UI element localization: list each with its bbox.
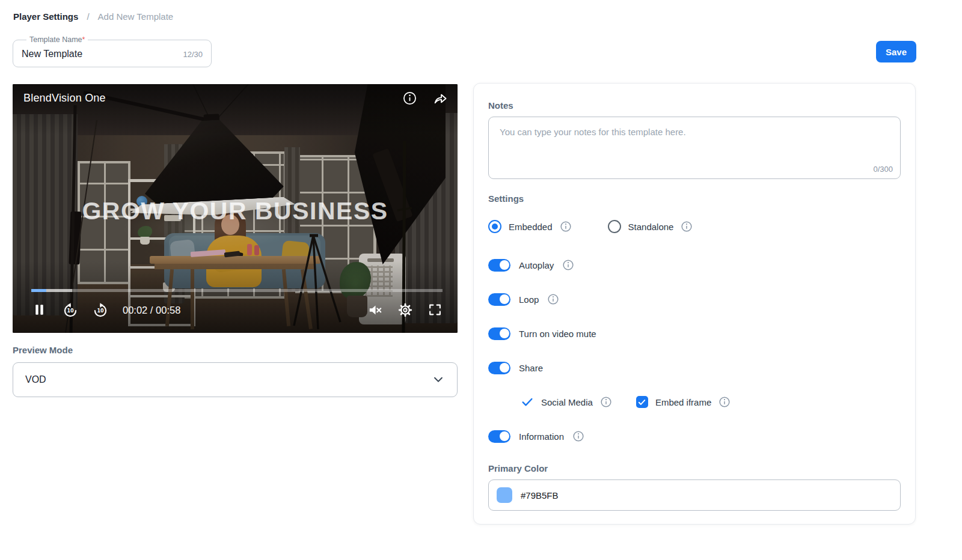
info-icon[interactable]	[572, 430, 584, 442]
settings-gear-icon[interactable]	[397, 302, 412, 318]
info-icon[interactable]	[681, 221, 693, 233]
info-icon[interactable]	[547, 293, 559, 305]
radio-standalone[interactable]: Standalone	[608, 220, 693, 233]
info-icon[interactable]	[600, 396, 612, 408]
primary-color-value: #79B5FB	[521, 490, 559, 501]
mute-icon[interactable]	[367, 302, 382, 318]
toggle-row-video-mute: Turn on video mute	[488, 326, 901, 341]
autoplay-label: Autoplay	[519, 260, 554, 270]
info-icon[interactable]	[718, 396, 731, 408]
settings-label: Settings	[488, 193, 901, 204]
info-icon[interactable]	[560, 221, 572, 233]
video-mute-toggle[interactable]	[488, 327, 510, 340]
radio-embedded-label: Embedded	[509, 222, 553, 232]
share-toggle[interactable]	[488, 362, 510, 374]
radio-standalone-control[interactable]	[608, 220, 621, 233]
social-media-check-icon[interactable]	[521, 395, 534, 409]
radio-embedded-control[interactable]	[488, 220, 501, 233]
breadcrumb-separator: /	[87, 11, 89, 22]
template-name-field[interactable]: Template Name* New Template 12/30	[13, 35, 212, 67]
toggle-row-share: Share	[488, 361, 901, 375]
fullscreen-icon[interactable]	[427, 302, 442, 318]
primary-color-label: Primary Color	[488, 463, 901, 473]
notes-field: 0/300	[488, 117, 901, 179]
forward-10-icon[interactable]: 10	[93, 302, 107, 318]
rewind-10-icon[interactable]: 10	[63, 302, 77, 318]
notes-label: Notes	[488, 100, 901, 111]
toggle-row-loop: Loop	[488, 292, 901, 306]
progress-bar[interactable]	[31, 289, 443, 292]
breadcrumb-add-new-template: Add New Template	[98, 11, 174, 22]
toggle-row-information: Information	[488, 429, 901, 443]
embed-iframe-checkbox[interactable]	[636, 396, 648, 408]
autoplay-toggle[interactable]	[488, 259, 510, 272]
breadcrumb-player-settings[interactable]: Player Settings	[13, 11, 78, 22]
radio-standalone-label: Standalone	[628, 222, 674, 232]
pause-icon[interactable]	[32, 302, 47, 318]
save-button[interactable]: Save	[876, 41, 916, 62]
mode-radio-group: Embedded Standalone	[488, 219, 901, 234]
notes-counter: 0/300	[873, 165, 893, 174]
loop-toggle[interactable]	[488, 293, 510, 306]
progress-played	[31, 289, 46, 292]
preview-mode-select[interactable]: VOD	[13, 362, 458, 397]
template-name-counter: 12/30	[183, 50, 203, 59]
embed-iframe-label: Embed iframe	[655, 397, 711, 407]
radio-embedded[interactable]: Embedded	[488, 220, 572, 233]
svg-text:10: 10	[67, 308, 74, 314]
player-bottom-gradient	[13, 261, 458, 333]
preview-mode-value: VOD	[25, 374, 46, 385]
information-label: Information	[519, 431, 564, 442]
social-media-label: Social Media	[541, 397, 593, 407]
svg-text:10: 10	[97, 308, 104, 314]
chevron-down-icon	[432, 373, 445, 386]
share-options-row: Social Media Embed iframe	[521, 395, 901, 409]
player-title: BlendVision One	[23, 92, 106, 105]
playback-time: 00:02 / 00:58	[123, 305, 180, 316]
info-icon[interactable]	[562, 259, 574, 271]
preview-mode-label: Preview Mode	[13, 345, 73, 355]
breadcrumb: Player Settings / Add New Template	[13, 11, 173, 22]
notes-textarea[interactable]	[489, 117, 900, 178]
toggle-row-autoplay: Autoplay	[488, 258, 901, 272]
video-mute-label: Turn on video mute	[519, 329, 596, 339]
color-swatch[interactable]	[497, 487, 512, 503]
information-toggle[interactable]	[488, 430, 510, 443]
settings-card: Notes 0/300 Settings Embedded Standalone…	[473, 83, 916, 525]
loop-label: Loop	[519, 294, 539, 305]
video-player[interactable]: GROW YOUR BUSINESS BlendVision One 10 10…	[13, 84, 458, 333]
template-name-input[interactable]: New Template	[22, 49, 82, 59]
primary-color-field[interactable]: #79B5FB	[488, 479, 901, 511]
video-overlay-text: GROW YOUR BUSINESS	[13, 197, 458, 225]
required-asterisk: *	[82, 35, 85, 44]
template-name-label: Template Name*	[26, 35, 88, 44]
share-label: Share	[519, 363, 543, 373]
share-icon[interactable]	[433, 91, 448, 106]
info-icon[interactable]	[402, 91, 417, 106]
